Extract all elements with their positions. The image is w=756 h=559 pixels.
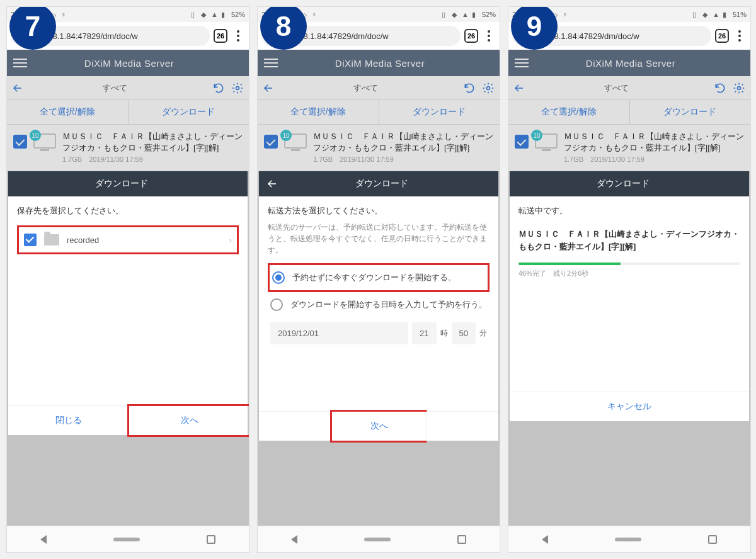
list-item[interactable]: 10 ＭＵＳＩＣ ＦＡＩＲ【山崎まさよし・ディーンフジオカ・ももクロ・藍井エイル… — [7, 125, 249, 171]
download-button[interactable]: ダウンロード — [379, 100, 500, 124]
battery-icon: ▮ — [723, 11, 730, 18]
nav-home-pill[interactable] — [364, 538, 391, 541]
nav-back-icon[interactable] — [40, 535, 47, 544]
download-dialog: ダウンロード 転送方法を選択してください。 転送先のサーバーは、予約転送に対応し… — [259, 171, 498, 441]
list-item[interactable]: 10 ＭＵＳＩＣ ＦＡＩＲ【山崎まさよし・ディーンフジオカ・ももクロ・藍井エイル… — [508, 125, 750, 171]
folder-name: recorded — [67, 235, 229, 245]
battery-pct: 52% — [482, 11, 496, 18]
svg-point-11 — [738, 86, 741, 89]
back-icon[interactable] — [263, 82, 274, 94]
close-button[interactable]: 閉じる — [8, 406, 129, 435]
hamburger-icon[interactable] — [13, 59, 27, 67]
app-title: DiXiM Media Server — [536, 58, 744, 69]
tv-icon: 10 — [33, 133, 56, 151]
svg-point-7 — [487, 86, 490, 89]
battery-pct: 51% — [733, 11, 747, 18]
browser-menu-icon[interactable] — [482, 30, 496, 42]
nav-recent-icon[interactable] — [457, 535, 466, 544]
action-bar: 全て選択/解除 ダウンロード — [508, 100, 750, 125]
subheader-label: すべて — [23, 82, 206, 94]
reload-icon[interactable] — [714, 82, 726, 94]
nav-back-icon[interactable] — [291, 535, 297, 544]
battery-icon: ▮ — [221, 11, 229, 18]
app-title: DiXiM Media Server — [285, 58, 493, 69]
back-icon[interactable] — [12, 82, 23, 94]
dialog-back-icon[interactable] — [266, 178, 278, 189]
gear-icon[interactable] — [733, 82, 745, 94]
gear-icon[interactable] — [231, 82, 244, 94]
back-icon[interactable] — [513, 82, 525, 94]
hour-field[interactable]: 21 — [412, 322, 436, 344]
minute-field[interactable]: 50 — [452, 322, 476, 344]
hamburger-icon[interactable] — [264, 59, 278, 67]
transfer-item-title: ＭＵＳＩＣ ＦＡＩＲ【山崎まさよし・ディーンフジオカ・ももクロ・藍井エイル】[字… — [518, 228, 740, 252]
browser-menu-icon[interactable] — [733, 30, 747, 42]
hamburger-icon[interactable] — [515, 59, 529, 67]
tv-icon: 10 — [284, 133, 307, 151]
android-nav-bar — [7, 526, 249, 552]
signal-icon: ▲ — [713, 11, 720, 18]
tab-count[interactable]: 26 — [214, 29, 227, 43]
radio-label: 予約せずに今すぐダウンロードを開始する。 — [292, 272, 456, 283]
next-button[interactable]: 次へ — [127, 404, 249, 437]
reload-icon[interactable] — [463, 82, 476, 94]
item-meta: 1.7GB 2019/11/30 17:59 — [62, 155, 243, 164]
battery-pct: 52% — [231, 11, 245, 18]
nav-home-pill[interactable] — [113, 538, 140, 541]
radio-schedule[interactable]: ダウンロードを開始する日時を入力して予約を行う。 — [268, 292, 490, 317]
gear-icon[interactable] — [482, 82, 495, 94]
item-checkbox[interactable] — [515, 135, 529, 149]
dialog-header: ダウンロード — [259, 171, 498, 196]
nav-home-pill[interactable] — [615, 538, 641, 541]
action-bar: 全て選択/解除 ダウンロード — [258, 100, 500, 125]
wifi-icon: ◆ — [452, 11, 459, 18]
cancel-button[interactable]: キャンセル — [510, 392, 749, 421]
android-nav-bar — [508, 526, 750, 552]
tab-count[interactable]: 26 — [715, 29, 729, 43]
download-button[interactable]: ダウンロード — [630, 100, 751, 124]
svg-point-3 — [236, 86, 239, 89]
radio-icon[interactable] — [270, 298, 283, 311]
nav-recent-icon[interactable] — [708, 535, 717, 544]
select-all-button[interactable]: 全て選択/解除 — [258, 100, 379, 124]
bulb-icon: ♀ — [61, 11, 69, 18]
dialog-header: ダウンロード — [510, 171, 749, 196]
reload-icon[interactable] — [212, 82, 225, 94]
wifi-icon: ◆ — [201, 11, 209, 18]
dialog-title: ダウンロード — [517, 178, 742, 189]
dialog-title: ダウンロード — [16, 178, 240, 189]
radio-icon[interactable] — [272, 271, 285, 284]
select-all-button[interactable]: 全て選択/解除 — [508, 100, 630, 124]
chevron-right-icon: › — [229, 235, 232, 245]
download-button[interactable]: ダウンロード — [129, 100, 249, 124]
item-title: ＭＵＳＩＣ ＦＡＩＲ【山崎まさよし・ディーンフジオカ・ももクロ・藍井エイル】[字… — [313, 131, 493, 154]
item-meta: 1.7GB 2019/11/30 17:59 — [564, 155, 744, 164]
radio-download-now[interactable]: 予約せずに今すぐダウンロードを開始する。 — [268, 263, 490, 292]
android-nav-bar — [258, 526, 500, 552]
minute-unit: 分 — [479, 328, 487, 339]
item-checkbox[interactable] — [13, 135, 27, 149]
item-checkbox[interactable] — [264, 135, 278, 149]
next-button[interactable]: 次へ — [330, 410, 427, 443]
signal-icon: ▲ — [462, 11, 469, 18]
subheader-label: すべて — [525, 82, 707, 94]
list-item[interactable]: 10 ＭＵＳＩＣ ＦＡＩＲ【山崎まさよし・ディーンフジオカ・ももクロ・藍井エイル… — [258, 125, 500, 171]
folder-row[interactable]: recorded › — [17, 225, 239, 254]
wifi-icon: ◆ — [702, 11, 710, 18]
subheader-label: すべて — [274, 82, 457, 94]
vibrate-icon: ▯ — [442, 11, 449, 18]
dialog-prompt: 転送方法を選択してください。 — [268, 205, 490, 217]
tv-icon: 10 — [535, 133, 558, 151]
quality-badge: 10 — [280, 130, 292, 141]
date-field[interactable]: 2019/12/01 — [270, 322, 408, 344]
select-all-button[interactable]: 全て選択/解除 — [7, 100, 129, 124]
nav-back-icon[interactable] — [542, 535, 548, 544]
vibrate-icon: ▯ — [191, 11, 198, 18]
folder-checkbox[interactable] — [24, 234, 37, 246]
tab-count[interactable]: 26 — [464, 29, 478, 43]
browser-menu-icon[interactable] — [231, 30, 245, 42]
folder-icon — [44, 234, 59, 246]
nav-recent-icon[interactable] — [207, 535, 215, 544]
hour-unit: 時 — [440, 328, 448, 339]
datetime-row: 2019/12/01 21 時 50 分 — [268, 317, 490, 354]
